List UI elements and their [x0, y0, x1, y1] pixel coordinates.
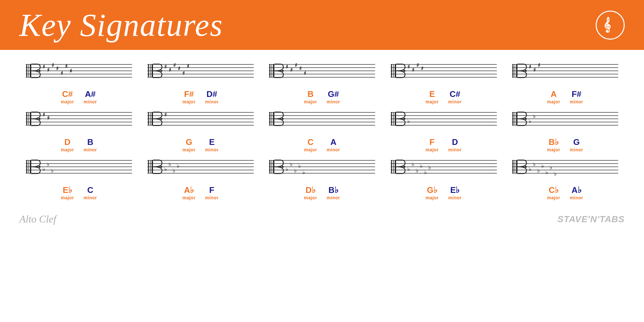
svg-text:♭: ♭	[407, 118, 410, 124]
logo: 𝄞	[596, 11, 625, 40]
svg-point-155	[282, 166, 284, 168]
svg-text:♭: ♭	[43, 166, 45, 172]
svg-text:♯: ♯	[164, 64, 167, 70]
staff-gb: ♭♭♭♭♭♭	[391, 156, 497, 181]
staff-c	[269, 108, 375, 133]
labels-bb: B♭majorGminor	[547, 137, 583, 152]
svg-text:♯: ♯	[169, 67, 171, 73]
svg-text:♯: ♯	[43, 64, 45, 70]
major-name-e: E	[429, 89, 435, 99]
major-name-cb: C♭	[549, 185, 559, 195]
svg-text:♯: ♯	[416, 62, 419, 68]
svg-text:♭: ♭	[168, 161, 171, 167]
svg-text:♭: ♭	[177, 163, 179, 169]
major-name-eb: E♭	[63, 185, 72, 195]
labels-cb: C♭majorA♭minor	[547, 185, 583, 200]
minor-name-gb: E♭	[450, 185, 459, 195]
major-name-f: F	[430, 137, 435, 147]
svg-text:♭: ♭	[51, 167, 53, 174]
svg-point-184	[525, 166, 527, 168]
major-type-bb: major	[547, 147, 560, 152]
staff-f: ♭	[391, 108, 497, 133]
svg-text:♯: ♯	[529, 64, 531, 70]
minor-type-f: minor	[448, 147, 461, 152]
staff-ab: ♭♭♭♭	[147, 156, 254, 181]
key-item-ab: ♭♭♭♭A♭majorFminor	[141, 156, 260, 200]
svg-rect-53	[395, 64, 396, 78]
major-type-c: major	[304, 147, 317, 152]
svg-text:♭: ♭	[164, 166, 167, 172]
svg-text:♭: ♭	[424, 169, 427, 175]
key-item-f: ♭FmajorDminor	[384, 108, 503, 152]
minor-type-c: minor	[327, 147, 340, 152]
svg-point-9	[39, 70, 41, 72]
svg-text:♭: ♭	[554, 171, 556, 177]
major-type-c-sharp: major	[61, 99, 74, 104]
svg-text:♭: ♭	[428, 164, 431, 171]
labels-a: AmajorF#minor	[547, 89, 583, 104]
svg-point-40	[282, 70, 284, 72]
svg-text:♭: ♭	[550, 164, 552, 171]
minor-name-b: G#	[328, 89, 339, 99]
labels-b: BmajorG#minor	[304, 89, 340, 104]
labels-eb: E♭majorCminor	[61, 185, 97, 200]
svg-text:♭: ♭	[537, 167, 540, 174]
minor-type-a: minor	[570, 99, 583, 104]
major-type-a: major	[547, 99, 560, 104]
svg-text:♭: ♭	[420, 163, 422, 169]
major-type-db: major	[304, 195, 317, 200]
minor-name-ab: F	[209, 185, 214, 195]
labels-c: CmajorAminor	[304, 137, 340, 152]
svg-text:𝄞: 𝄞	[603, 17, 611, 33]
key-item-bb: ♭♭B♭majorGminor	[506, 108, 625, 152]
minor-name-eb: C	[87, 185, 93, 195]
svg-text:♭: ♭	[533, 113, 535, 119]
major-name-a: A	[551, 89, 557, 99]
major-name-ab: A♭	[184, 185, 194, 195]
minor-type-f-sharp: minor	[205, 99, 218, 104]
svg-point-67	[525, 70, 527, 72]
svg-text:♭: ♭	[407, 166, 410, 172]
minor-type-db: minor	[327, 195, 340, 200]
svg-text:♭: ♭	[541, 163, 544, 169]
key-item-d: ♯♯DmajorBminor	[19, 108, 138, 152]
svg-text:♯: ♯	[173, 62, 176, 68]
labels-f: FmajorDminor	[425, 137, 461, 152]
minor-type-eb: minor	[84, 195, 97, 200]
svg-point-90	[160, 118, 162, 120]
minor-type-ab: minor	[205, 195, 218, 200]
key-item-eb: ♭♭♭E♭majorCminor	[19, 156, 138, 200]
svg-text:♯: ♯	[295, 62, 297, 68]
svg-point-130	[39, 166, 41, 168]
main-content: ♯♯♯♯♯♯♯C#majorA#minor♯♯♯♯♯♯F#majorD#mino…	[0, 50, 644, 210]
labels-ab: A♭majorFminor	[182, 185, 218, 200]
svg-point-25	[160, 70, 162, 72]
major-name-f-sharp: F#	[184, 89, 194, 99]
minor-name-a: F#	[572, 89, 581, 99]
staff-f-sharp: ♯♯♯♯♯♯	[147, 60, 254, 85]
svg-text:♯: ♯	[47, 67, 50, 73]
major-name-c-sharp: C#	[62, 89, 73, 99]
key-item-cb: ♭♭♭♭♭♭♭C♭majorA♭minor	[506, 156, 625, 200]
minor-name-cb: A♭	[572, 185, 582, 195]
svg-rect-66	[516, 64, 517, 78]
major-name-db: D♭	[306, 185, 316, 195]
minor-type-c-sharp: minor	[84, 99, 97, 104]
staff-b: ♯♯♯♯♯	[269, 60, 375, 85]
svg-text:♯: ♯	[286, 64, 288, 70]
footer: Alto Clef STAVE'N'TABS	[0, 210, 644, 225]
svg-rect-8	[30, 64, 31, 78]
major-type-g: major	[182, 147, 195, 152]
svg-text:♯: ♯	[304, 71, 306, 76]
labels-gb: G♭majorE♭minor	[425, 185, 461, 200]
svg-point-109	[403, 118, 405, 120]
svg-text:♯: ♯	[421, 66, 423, 71]
major-type-cb: major	[547, 195, 560, 200]
minor-type-b: minor	[327, 99, 340, 104]
svg-text:♭: ♭	[545, 169, 548, 175]
svg-text:♯: ♯	[70, 68, 72, 74]
minor-name-d: B	[87, 137, 93, 147]
svg-text:♯: ♯	[56, 66, 59, 71]
minor-name-c: A	[330, 137, 336, 147]
svg-text:♯: ♯	[533, 67, 536, 73]
